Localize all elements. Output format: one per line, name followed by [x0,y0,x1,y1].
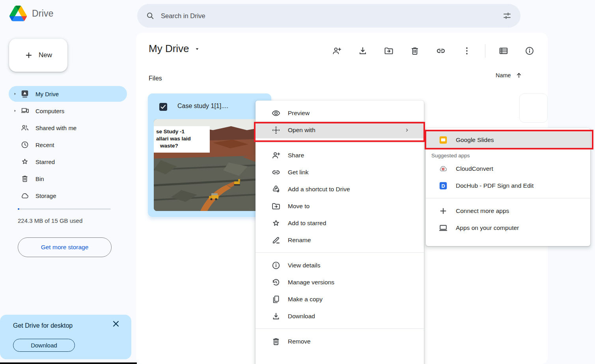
sidebar-nav: My Drive Computers Shared with me Recent… [0,86,136,205]
brand-name: Drive [32,8,54,19]
new-button[interactable]: New [9,39,67,72]
sidebar-item-label: Storage [35,192,56,199]
person-add-icon [271,151,281,160]
file-card-case-study[interactable]: Case study 1[1].... [148,93,271,217]
sidebar-item-starred[interactable]: Starred [9,154,127,170]
list-view-icon[interactable] [496,42,511,60]
sidebar-item-bin[interactable]: Bin [9,171,127,187]
copy-icon [271,295,281,304]
search-bar[interactable] [137,4,520,28]
info-icon[interactable] [522,42,537,60]
search-input[interactable] [161,12,496,20]
drive-brand[interactable]: Drive [9,6,54,21]
info-icon [271,261,281,270]
folder-move-icon [271,202,281,211]
sidebar-item-computers[interactable]: Computers [9,103,127,119]
menu-item-preview[interactable]: Preview [256,105,424,121]
add-shortcut-icon [271,185,281,194]
file-checkbox[interactable] [159,103,167,111]
submenu-item-cloudconvert[interactable]: CloudConvert [426,160,590,177]
link-icon[interactable] [433,42,449,60]
caret-down-icon [194,46,200,52]
sort-control[interactable]: Name [496,71,523,79]
menu-item-share[interactable]: Share [256,147,424,164]
menu-item-make-a-copy[interactable]: Make a copy [256,291,424,308]
google-slides-icon [438,135,448,145]
menu-item-get-link[interactable]: Get link [256,164,424,181]
cloud-icon [21,191,29,200]
menu-divider [426,198,590,198]
google-drive-page: { "app": { "brand": "Drive" }, "search":… [0,0,595,364]
menu-item-view-details[interactable]: View details [256,257,424,274]
laptop-icon [438,223,448,233]
people-icon [21,123,29,132]
sidebar-item-storage[interactable]: Storage [9,188,127,203]
submenu-item-label: DocHub - PDF Sign and Edit [456,182,533,189]
star-icon [271,218,281,228]
chevron-right-icon [404,127,410,133]
submenu-item-label: Google Slides [456,136,494,144]
more-vert-icon[interactable] [459,42,475,60]
svg-text:D: D [441,183,445,189]
partial-file-card[interactable] [519,93,548,123]
dochub-icon: D [438,181,448,190]
menu-item-remove[interactable]: Remove [256,333,424,350]
submenu-item-apps-on-your-computer[interactable]: Apps on your computer [426,219,590,236]
get-more-storage-button[interactable]: Get more storage [18,237,112,257]
menu-item-move-to[interactable]: Move to [256,198,424,215]
download-icon[interactable] [355,42,371,60]
close-icon[interactable] [111,319,121,329]
trash-icon[interactable] [407,42,423,60]
sidebar-item-label: Computers [35,108,64,114]
file-thumbnail-image: se Study -1 allari was laid waste? [154,119,265,211]
person-add-icon[interactable] [329,42,345,60]
drive-logo-icon [9,6,27,21]
history-icon [271,278,281,287]
sidebar-item-label: Shared with me [35,125,76,131]
open-with-icon [271,125,281,135]
submenu-item-dochub[interactable]: D DocHub - PDF Sign and Edit [426,177,590,194]
submenu-item-google-slides[interactable]: Google Slides [426,131,590,149]
page-title-text: My Drive [149,43,189,55]
sidebar-item-shared-with-me[interactable]: Shared with me [9,120,127,136]
menu-item-rename[interactable]: Rename [256,231,424,248]
devices-icon [21,106,29,115]
eye-icon [271,108,281,118]
open-with-submenu: Google Slides Suggested apps CloudConver… [426,128,590,246]
submenu-item-label: Connect more apps [456,207,509,215]
submenu-item-connect-more-apps[interactable]: Connect more apps [426,202,590,219]
submenu-item-label: CloudConvert [456,165,493,172]
banner-download-button[interactable]: Download [13,339,75,352]
menu-item-open-with[interactable]: Open with [256,121,424,138]
sidebar-item-recent[interactable]: Recent [9,137,127,153]
file-title: Case study 1[1].... [177,103,228,110]
chevron-right-icon[interactable] [13,91,17,96]
menu-item-add-shortcut[interactable]: Add a shortcut to Drive [256,181,424,198]
my-drive-title[interactable]: My Drive [149,43,200,55]
clock-icon [21,140,29,149]
sidebar-item-my-drive[interactable]: My Drive [9,86,127,102]
submenu-item-label: Apps on your computer [456,224,519,231]
search-icon[interactable] [146,11,155,20]
menu-divider [256,252,424,253]
selection-toolbar [329,42,537,60]
menu-item-manage-versions[interactable]: Manage versions [256,274,424,291]
files-section-label: Files [149,75,162,82]
new-button-label: New [39,51,52,59]
thumbnail-caption: se Study -1 allari was laid waste? [154,126,210,153]
tune-icon[interactable] [502,11,512,21]
menu-item-add-to-starred[interactable]: Add to starred [256,215,424,231]
trash-icon [21,174,29,183]
menu-divider [256,329,424,329]
context-menu: Preview Open with Share Get link Add a s… [256,101,424,364]
sidebar-item-label: Recent [35,142,54,148]
menu-item-download[interactable]: Download [256,308,424,325]
suggested-apps-label: Suggested apps [426,149,590,160]
storage-progress-bar [18,208,111,210]
storage-usage-text: 224.3 MB of 15 GB used [18,217,82,224]
folder-move-icon[interactable] [381,42,397,60]
chevron-right-icon[interactable] [13,108,17,113]
arrow-up-icon[interactable] [515,71,523,79]
plus-icon [438,206,448,216]
sidebar-item-label: My Drive [35,91,59,97]
